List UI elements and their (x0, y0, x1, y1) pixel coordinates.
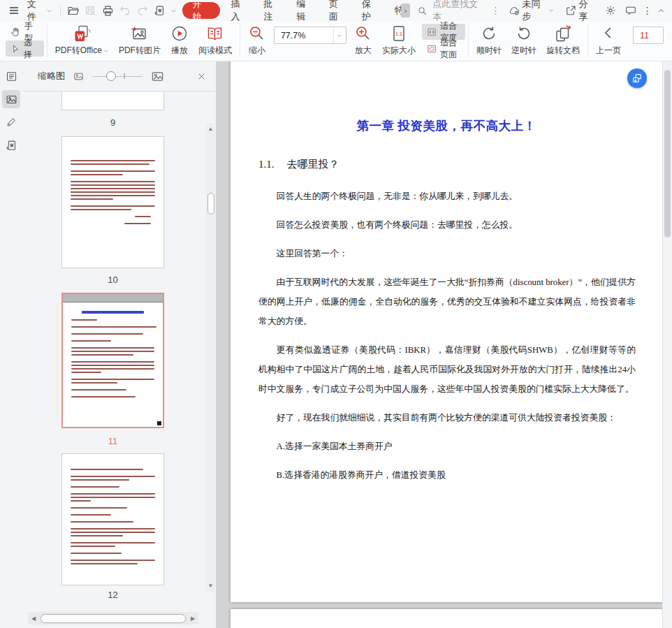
thumbnail-page-12[interactable] (61, 453, 164, 585)
share-button[interactable]: 分享 (561, 2, 599, 19)
rotate-counterclockwise-label: 逆时针 (511, 45, 536, 57)
thumbnail-page-12-label: 12 (61, 590, 164, 600)
scroll-right-arrow[interactable]: ▶ (187, 615, 198, 622)
sidebar-scroll-thumb[interactable] (207, 193, 214, 214)
scroll-up-arrow[interactable]: ▲ (206, 124, 215, 133)
tab-home[interactable]: 开始 (182, 2, 221, 19)
tab-annotate[interactable]: 批注 (256, 2, 288, 19)
sidebar-vertical-scrollbar[interactable]: ▲ ▼ (206, 123, 215, 592)
tab-page[interactable]: 页面 (321, 2, 354, 19)
panel-tab-annotations[interactable] (2, 113, 20, 131)
slider-knob[interactable] (106, 71, 116, 81)
viewport-indicator (63, 294, 163, 302)
collapse-toolbar-button[interactable] (656, 2, 666, 19)
fit-page-icon (427, 44, 437, 54)
settings-button[interactable] (602, 2, 620, 19)
doc-paragraph: 更有类似盈透证券（美股代码：IBKR），嘉信理财（美股代码SHWB），亿创理财等… (258, 340, 636, 399)
tab-protect[interactable]: 保护 (354, 2, 387, 19)
play-icon (170, 24, 189, 43)
document-vertical-scrollbar[interactable] (662, 61, 672, 628)
pdf-reader-window: 文件 开始 插入 批注 编辑 页面 保护 特 › 点此查找文本 ⋮ 未同步 (0, 0, 672, 628)
zoom-out-button[interactable]: 缩小 (243, 23, 271, 57)
pdf-to-image-button[interactable]: PDF转图片 (114, 23, 166, 57)
panel-tab-outline[interactable] (2, 67, 20, 85)
print-button[interactable] (99, 2, 117, 19)
search-options-icon[interactable]: ⋮ (488, 5, 504, 16)
floating-image-tool-button[interactable] (627, 68, 647, 88)
pdf-to-office-button[interactable]: PDF转Office (50, 23, 114, 57)
select-tool-label: 选择 (24, 37, 39, 61)
page-10-number: 10 (108, 275, 117, 285)
previous-page-label: 上一页 (596, 45, 621, 57)
thumbnail-small-icon (73, 71, 84, 82)
undo-button[interactable] (117, 2, 134, 19)
sidebar-horizontal-scrollbar[interactable]: ◀ ▶ (28, 612, 198, 625)
fit-page-button[interactable]: 适合页面 (422, 41, 465, 57)
doc-paragraph: 好了，现在我们就细细说，其实目前有两个比较方便的渠道可供大陆投资者投资美股： (258, 408, 636, 428)
section-title: 去哪里投？ (287, 159, 339, 170)
rotate-document-button[interactable]: 旋转文档 (541, 23, 585, 57)
main-menu-button[interactable] (6, 2, 23, 19)
thumbnail-page-9[interactable] (61, 92, 164, 110)
document-viewport[interactable]: 第一章 投资美股，再不高大上！ 1.1.去哪里投？ 回答人生的两个终极问题，无非… (217, 61, 662, 628)
page-number-input[interactable]: 11 (633, 27, 664, 44)
search-icon (417, 6, 428, 16)
thumbnail-page-10[interactable] (61, 136, 164, 268)
scroll-left-arrow[interactable]: ◀ (28, 615, 39, 622)
redo-button[interactable] (134, 2, 152, 19)
tab-home-label: 开始 (193, 0, 210, 23)
zoom-in-button[interactable]: 放大 (349, 23, 377, 57)
previous-page-button[interactable]: 上一页 (591, 23, 626, 57)
file-menu[interactable]: 文件 (23, 2, 57, 19)
gear-icon (605, 5, 616, 16)
zoom-in-label: 放大 (355, 45, 372, 57)
open-file-button[interactable] (64, 2, 82, 19)
save-button[interactable] (82, 2, 99, 19)
comment-icon (625, 5, 636, 16)
select-tool-button[interactable]: 选择 (6, 41, 44, 57)
read-mode-button[interactable]: 阅读模式 (193, 23, 237, 57)
chevron-up-icon (657, 7, 665, 15)
document-page-12[interactable] (231, 609, 662, 628)
scroll-down-arrow[interactable]: ▼ (206, 581, 215, 590)
more-actions-button[interactable]: ⋮ (642, 2, 653, 19)
document-page-11[interactable]: 第一章 投资美股，再不高大上！ 1.1.去哪里投？ 回答人生的两个终极问题，无非… (231, 61, 662, 602)
more-tabs-button[interactable]: › (401, 3, 410, 17)
zoom-level-combobox[interactable]: 77.7% (274, 27, 346, 44)
pdf-to-office-icon (73, 24, 92, 43)
toolbar: 手型 选择 PDF转Office PDF转图片 播放 (0, 21, 672, 61)
rotate-clockwise-button[interactable]: 顺时针 (472, 23, 506, 57)
page-9-number: 9 (110, 117, 115, 128)
doc-paragraph: 由于互联网时代的大发展，这些年诞生了一大批“折扣券商（discount brok… (258, 272, 636, 331)
rotate-counterclockwise-button[interactable]: 逆时针 (506, 23, 541, 57)
zoom-out-label: 缩小 (249, 45, 265, 57)
pdf-to-office-label: PDF转Office (55, 45, 102, 57)
hamburger-icon (8, 5, 20, 16)
convert-to-word-button[interactable] (151, 2, 168, 19)
zoom-out-icon (248, 24, 266, 43)
sync-status-button[interactable]: 未同步 (504, 2, 559, 19)
feedback-button[interactable] (622, 2, 639, 19)
close-panel-button[interactable] (197, 72, 206, 81)
document-scroll-thumb[interactable] (664, 70, 671, 238)
rotate-document-icon (554, 24, 573, 43)
sidebar-hscroll-thumb[interactable] (41, 614, 186, 623)
play-button[interactable]: 播放 (166, 23, 193, 57)
tab-protect-label: 保护 (362, 0, 379, 23)
panel-tab-thumbnails[interactable] (2, 90, 20, 108)
pdf-to-image-icon (130, 24, 149, 43)
actual-size-button[interactable]: 1:1 实际大小 (377, 23, 421, 57)
doc-paragraph: 回答怎么投资美股，也有两个终极问题：去哪里投，怎么投。 (258, 215, 636, 235)
panel-tab-export-word[interactable] (2, 136, 20, 154)
save-icon (85, 5, 96, 16)
more-vertical-icon: ⋮ (640, 5, 655, 16)
toolbar-options-chevron[interactable] (168, 2, 179, 19)
thumbnail-size-slider[interactable] (92, 71, 143, 81)
tab-insert[interactable]: 插入 (223, 2, 256, 19)
thumbnail-page-11-selected[interactable] (61, 293, 164, 428)
svg-text:1:1: 1:1 (395, 31, 402, 37)
tab-edit[interactable]: 编辑 (288, 2, 321, 19)
page-number-value: 11 (634, 31, 663, 41)
mini-chapter-title (82, 311, 144, 314)
zoom-dropdown-button[interactable] (333, 27, 346, 43)
